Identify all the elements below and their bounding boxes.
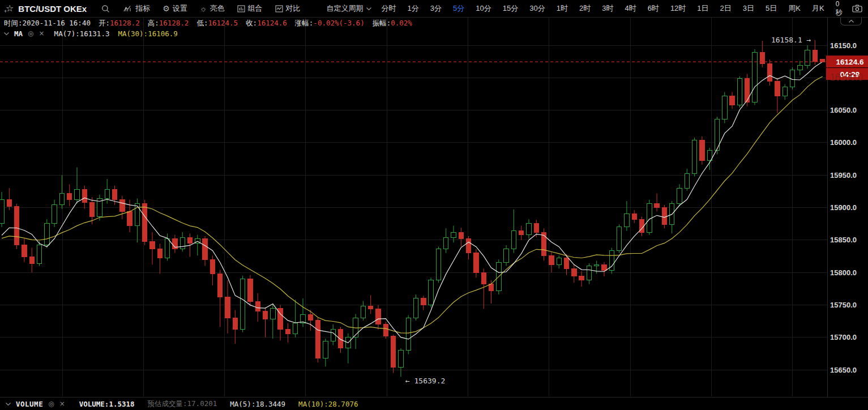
gear-icon: ⚙ <box>163 5 170 12</box>
timeframe-1日[interactable]: 1日 <box>697 3 708 14</box>
svg-text:15700.0: 15700.0 <box>830 333 857 341</box>
menu-layout[interactable]: 组合 <box>237 3 263 14</box>
info-field-low: 低:16124.5 <box>196 19 238 28</box>
timeframe-3时[interactable]: 3时 <box>602 3 613 14</box>
sun-icon: ☼ <box>200 5 207 12</box>
timeframe-12时[interactable]: 12时 <box>670 3 686 14</box>
timeframe-2日[interactable]: 2日 <box>720 3 732 14</box>
ohlc-info-bar: 时间:2020-11-16 16:40开:16128.2高:16128.2低:1… <box>4 19 412 28</box>
volume-value: VOLUME:1.5318 <box>79 400 135 408</box>
svg-text:15650.0: 15650.0 <box>830 366 857 374</box>
timeframe-15分[interactable]: 15分 <box>503 3 518 14</box>
estimated-volume-value: 预估成交量:17.0201 <box>148 399 217 409</box>
candlestick-chart[interactable]: 16150.016050.016000.015950.015900.015850… <box>0 0 868 410</box>
timeframe-6时[interactable]: 6时 <box>648 3 659 14</box>
volume-ma5-value: MA(5):18.3449 <box>230 400 285 408</box>
camera-icon[interactable] <box>852 5 862 12</box>
timeframe-1时[interactable]: 1时 <box>557 3 568 14</box>
chevron-down-icon <box>366 7 371 10</box>
timeframe-10分[interactable]: 10分 <box>476 3 491 14</box>
timeframe-2时[interactable]: 2时 <box>579 3 591 14</box>
timeframe-分时[interactable]: 分时 <box>382 3 396 14</box>
timeframe-tabs: 分时1分3分5分10分15分30分1时2时3时4时6时12时1日2日3日5日周K… <box>382 3 836 14</box>
svg-text:16050.0: 16050.0 <box>830 106 857 114</box>
volume-close-icon[interactable]: × <box>59 400 65 408</box>
chevron-down-icon[interactable] <box>4 32 9 35</box>
timeframe-5日[interactable]: 5日 <box>766 3 777 14</box>
layout-icon <box>237 5 245 12</box>
timeframe-30分[interactable]: 30分 <box>529 3 545 14</box>
indicator-icon <box>123 5 132 12</box>
ma-close-icon[interactable]: × <box>39 29 45 38</box>
custom-period-label: 自定义周期 <box>327 3 364 14</box>
volume-indicator-bar: VOLUME ◎ × VOLUME:1.5318 预估成交量:17.0201 M… <box>0 397 868 410</box>
info-field-change: 涨幅:-0.02%(-3.6) <box>295 19 365 28</box>
menu-compare-label: 对比 <box>286 3 301 14</box>
info-field-open: 开:16128.2 <box>99 19 140 28</box>
refresh-countdown-label: 0秒 <box>836 0 843 18</box>
menu-light-theme[interactable]: ☼ 亮色 <box>200 3 225 14</box>
compare-icon <box>275 5 283 12</box>
svg-text:15800.0: 15800.0 <box>830 268 857 277</box>
low-annotation: ← 15639.2 <box>405 377 445 385</box>
ma-indicator-bar: MA ◎ × MA(7):16131.3 MA(30):16106.9 <box>4 29 178 38</box>
timeframe-4时[interactable]: 4时 <box>625 3 636 14</box>
timeframe-3分[interactable]: 3分 <box>430 3 442 14</box>
candle-series <box>0 40 825 377</box>
info-field-high: 高:16128.2 <box>148 19 189 28</box>
volume-indicator-name: VOLUME <box>16 400 43 408</box>
svg-text:15750.0: 15750.0 <box>830 301 857 309</box>
info-field-close: 收:16124.6 <box>246 19 287 28</box>
svg-text:15900.0: 15900.0 <box>830 203 857 212</box>
timeframe-周K[interactable]: 周K <box>788 3 801 14</box>
chevron-down-icon[interactable] <box>6 403 11 405</box>
timeframe-1分[interactable]: 1分 <box>408 3 419 14</box>
high-annotation: 16158.1 → <box>771 36 811 44</box>
svg-text:15950.0: 15950.0 <box>830 171 857 180</box>
menu-settings[interactable]: ⚙ 设置 <box>163 3 187 14</box>
search-icon[interactable] <box>101 5 110 13</box>
menu-settings-label: 设置 <box>173 3 187 14</box>
chevron-up-icon <box>849 20 854 23</box>
star-plus-icon: + <box>4 9 7 14</box>
favorite-star-icon[interactable]: ☆+ <box>6 4 14 13</box>
timeframe-3日[interactable]: 3日 <box>743 3 754 14</box>
volume-settings-icon[interactable]: ◎ <box>48 400 54 408</box>
svg-text:16150.0: 16150.0 <box>830 41 857 50</box>
collapse-axis-button[interactable] <box>840 18 862 25</box>
svg-text:15850.0: 15850.0 <box>830 236 857 244</box>
ma7-value: MA(7):16131.3 <box>54 29 110 38</box>
ma-indicator-name: MA <box>14 29 23 38</box>
trading-terminal: 16150.016050.016000.015950.015900.015850… <box>0 0 868 410</box>
info-field-amplitude: 振幅:0.02% <box>373 19 412 28</box>
y-axis-labels: 16150.016050.016000.015950.015900.015850… <box>830 41 857 374</box>
menu-indicators-label: 指标 <box>135 3 150 14</box>
ma-settings-icon[interactable]: ◎ <box>28 29 33 38</box>
menu-indicators[interactable]: 指标 <box>123 3 150 14</box>
menu-layout-label: 组合 <box>248 3 263 14</box>
volume-ma10-value: MA(10):28.7076 <box>298 400 358 408</box>
top-toolbar: ☆+ BTC/USDT OKEx 指标 ⚙ 设置 ☼ 亮色 组合 对比 自定 <box>0 0 868 18</box>
menu-light-theme-label: 亮色 <box>210 3 225 14</box>
toolbar-right-group: 0秒 <box>836 0 868 18</box>
timeframe-月K[interactable]: 月K <box>812 3 824 14</box>
timeframe-5分[interactable]: 5分 <box>453 3 464 14</box>
svg-text:16124.6: 16124.6 <box>836 58 864 66</box>
ma30-value: MA(30):16106.9 <box>118 29 177 38</box>
info-field-time: 时间:2020-11-16 16:40 <box>4 19 91 28</box>
symbol-title: BTC/USDT OKEx <box>18 4 87 14</box>
svg-text:16100.0: 16100.0 <box>830 72 863 82</box>
svg-text:16000.0: 16000.0 <box>830 138 857 147</box>
menu-compare[interactable]: 对比 <box>275 3 301 14</box>
custom-period-dropdown[interactable]: 自定义周期 <box>327 3 371 14</box>
